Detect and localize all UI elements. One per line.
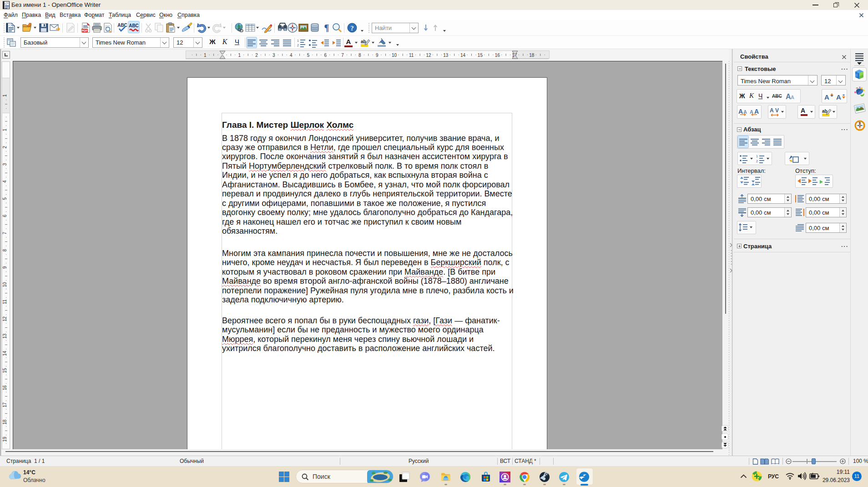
svg-text:PDF: PDF: [82, 29, 88, 32]
svg-text:1: 1: [238, 53, 241, 58]
svg-text:19: 19: [2, 437, 7, 442]
svg-text:17: 17: [2, 402, 7, 408]
svg-text:5: 5: [307, 53, 310, 58]
svg-text:15: 15: [478, 53, 483, 58]
svg-text:?: ?: [350, 25, 354, 32]
svg-text:2: 2: [297, 44, 299, 47]
svg-text:6: 6: [2, 215, 7, 217]
svg-text:7: 7: [2, 231, 7, 234]
svg-text:А: А: [836, 93, 841, 101]
svg-text:11: 11: [2, 299, 7, 304]
svg-text:1: 1: [297, 39, 299, 42]
svg-text:A: A: [770, 107, 774, 114]
svg-text:13: 13: [2, 333, 7, 339]
svg-text:A: A: [754, 108, 759, 115]
svg-text:16: 16: [495, 53, 500, 58]
svg-text:12: 12: [426, 53, 431, 58]
svg-text:8: 8: [2, 249, 7, 251]
svg-text:4: 4: [2, 180, 7, 183]
svg-text:11: 11: [409, 53, 414, 58]
svg-text:1: 1: [204, 53, 207, 58]
svg-text:10: 10: [2, 282, 7, 287]
svg-text:18: 18: [529, 53, 535, 58]
svg-text:6: 6: [324, 53, 327, 58]
svg-text:5: 5: [2, 197, 7, 200]
svg-text:10: 10: [392, 53, 397, 58]
svg-text:ABC: ABC: [117, 23, 127, 28]
svg-text:3: 3: [2, 163, 7, 166]
svg-text:A: A: [791, 95, 794, 100]
svg-text:3: 3: [273, 53, 275, 58]
svg-text:12: 12: [2, 316, 7, 322]
svg-text:1: 1: [756, 155, 758, 158]
svg-text:1: 1: [2, 94, 7, 97]
svg-text:14: 14: [2, 351, 7, 356]
svg-text:18: 18: [2, 419, 7, 425]
svg-text:2: 2: [2, 146, 7, 148]
svg-text:ABC: ABC: [129, 23, 139, 28]
svg-text:2: 2: [756, 160, 758, 163]
svg-text:13: 13: [443, 53, 449, 58]
svg-text:V: V: [775, 107, 779, 114]
svg-text:14: 14: [460, 53, 466, 58]
svg-text:А: А: [824, 93, 829, 101]
svg-text:¶: ¶: [324, 23, 329, 33]
svg-text:8: 8: [358, 53, 361, 58]
svg-text:2: 2: [255, 53, 258, 58]
svg-text:7: 7: [341, 53, 344, 58]
svg-text:15: 15: [2, 368, 7, 373]
svg-text:9: 9: [376, 53, 378, 58]
svg-text:4: 4: [290, 53, 293, 58]
svg-text:16: 16: [2, 385, 7, 391]
svg-text:A: A: [738, 108, 743, 115]
svg-text:9: 9: [2, 266, 7, 269]
svg-text:1: 1: [2, 129, 7, 131]
